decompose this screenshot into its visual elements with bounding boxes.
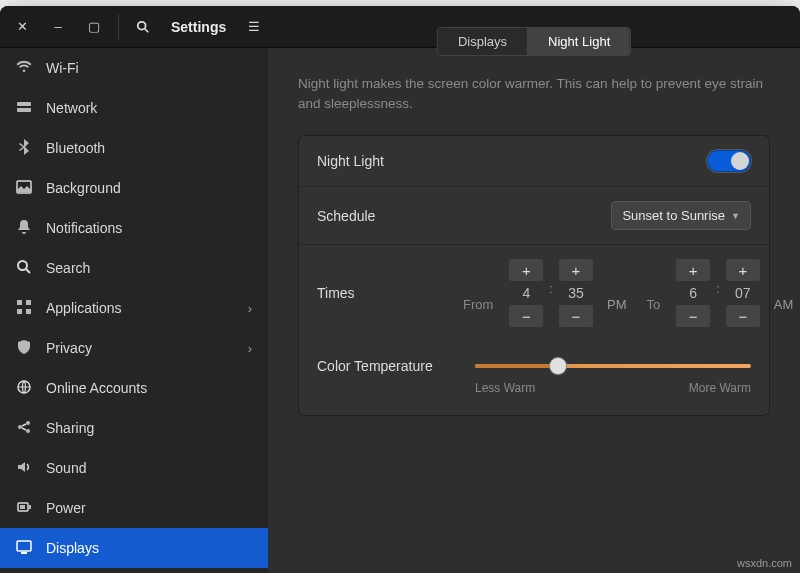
wifi-icon bbox=[16, 59, 32, 78]
sidebar-item-online[interactable]: Online Accounts bbox=[0, 368, 268, 408]
settings-window: ✕ – ▢ Settings ☰ Displays Night Light Wi… bbox=[0, 6, 800, 573]
power-icon bbox=[16, 499, 32, 518]
to-hour-up[interactable]: + bbox=[676, 259, 710, 281]
displays-icon bbox=[16, 539, 32, 558]
separator bbox=[118, 14, 119, 40]
sidebar-item-privacy[interactable]: Privacy› bbox=[0, 328, 268, 368]
search-icon bbox=[16, 259, 32, 278]
from-min-up[interactable]: + bbox=[559, 259, 593, 281]
sidebar-item-label: Online Accounts bbox=[46, 380, 252, 396]
watermark: wsxdn.com bbox=[737, 557, 792, 569]
chevron-down-icon: ▼ bbox=[731, 211, 740, 221]
view-tabs: Displays Night Light bbox=[437, 27, 631, 56]
svg-rect-7 bbox=[17, 300, 22, 305]
sharing-icon bbox=[16, 419, 32, 438]
content: Night light makes the screen color warme… bbox=[268, 48, 800, 573]
sidebar-item-label: Privacy bbox=[46, 340, 234, 356]
sidebar-item-mouse[interactable]: Mouse & Touchpad bbox=[0, 568, 268, 573]
body: Wi-FiNetworkBluetoothBackgroundNotificat… bbox=[0, 48, 800, 573]
sidebar-item-label: Notifications bbox=[46, 220, 252, 236]
sidebar[interactable]: Wi-FiNetworkBluetoothBackgroundNotificat… bbox=[0, 48, 268, 573]
times-label: Times bbox=[317, 285, 457, 301]
bluetooth-icon bbox=[16, 139, 32, 158]
sidebar-item-label: Power bbox=[46, 500, 252, 516]
color-temp-slider[interactable] bbox=[475, 357, 751, 375]
to-hour-value[interactable]: 6 bbox=[676, 285, 710, 301]
sidebar-item-applications[interactable]: Applications› bbox=[0, 288, 268, 328]
svg-rect-9 bbox=[17, 309, 22, 314]
sidebar-item-label: Displays bbox=[46, 540, 252, 556]
to-hour-down[interactable]: − bbox=[676, 305, 710, 327]
sidebar-item-search[interactable]: Search bbox=[0, 248, 268, 288]
svg-rect-18 bbox=[17, 541, 31, 551]
svg-point-0 bbox=[138, 21, 146, 29]
sidebar-item-label: Applications bbox=[46, 300, 234, 316]
sidebar-item-wifi[interactable]: Wi-Fi bbox=[0, 48, 268, 88]
to-min-up[interactable]: + bbox=[726, 259, 760, 281]
svg-point-5 bbox=[18, 261, 27, 270]
from-min-down[interactable]: − bbox=[559, 305, 593, 327]
sound-icon bbox=[16, 459, 32, 478]
hamburger-button[interactable]: ☰ bbox=[238, 12, 270, 42]
schedule-value: Sunset to Sunrise bbox=[622, 208, 725, 223]
description: Night light makes the screen color warme… bbox=[298, 74, 770, 113]
minimize-button[interactable]: – bbox=[42, 12, 74, 42]
from-hour-value[interactable]: 4 bbox=[509, 285, 543, 301]
colon: : bbox=[549, 259, 553, 327]
to-min-down[interactable]: − bbox=[726, 305, 760, 327]
svg-rect-17 bbox=[20, 505, 25, 509]
chevron-right-icon: › bbox=[248, 341, 252, 356]
colon: : bbox=[716, 259, 720, 327]
sidebar-item-displays[interactable]: Displays bbox=[0, 528, 268, 568]
background-icon bbox=[16, 179, 32, 198]
slider-min-label: Less Warm bbox=[475, 381, 535, 395]
sidebar-item-label: Sharing bbox=[46, 420, 252, 436]
svg-rect-10 bbox=[26, 309, 31, 314]
to-hour-spinner: + 6 − bbox=[676, 259, 710, 327]
night-light-switch[interactable] bbox=[707, 150, 751, 172]
svg-point-12 bbox=[18, 425, 22, 429]
to-min-value[interactable]: 07 bbox=[726, 285, 760, 301]
search-icon bbox=[136, 20, 150, 34]
slider-thumb[interactable] bbox=[550, 358, 566, 374]
sidebar-item-sharing[interactable]: Sharing bbox=[0, 408, 268, 448]
slider-max-label: More Warm bbox=[689, 381, 751, 395]
sidebar-item-network[interactable]: Network bbox=[0, 88, 268, 128]
svg-line-1 bbox=[145, 28, 149, 32]
schedule-dropdown[interactable]: Sunset to Sunrise ▼ bbox=[611, 201, 751, 230]
sidebar-item-label: Bluetooth bbox=[46, 140, 252, 156]
svg-rect-16 bbox=[29, 505, 31, 509]
sidebar-item-bluetooth[interactable]: Bluetooth bbox=[0, 128, 268, 168]
privacy-icon bbox=[16, 339, 32, 358]
sidebar-item-label: Background bbox=[46, 180, 252, 196]
sidebar-item-label: Network bbox=[46, 100, 252, 116]
sidebar-item-notifications[interactable]: Notifications bbox=[0, 208, 268, 248]
svg-rect-2 bbox=[17, 102, 31, 106]
sidebar-item-label: Sound bbox=[46, 460, 252, 476]
from-hour-spinner: + 4 − bbox=[509, 259, 543, 327]
night-light-label: Night Light bbox=[317, 153, 457, 169]
color-temp-label: Color Temperature bbox=[317, 358, 457, 374]
to-label: To bbox=[640, 275, 666, 312]
sidebar-item-background[interactable]: Background bbox=[0, 168, 268, 208]
tab-night-light[interactable]: Night Light bbox=[527, 28, 630, 55]
row-color-temp: Color Temperature Less Warm More Warm bbox=[299, 341, 769, 415]
from-hour-up[interactable]: + bbox=[509, 259, 543, 281]
to-ampm[interactable]: AM bbox=[770, 275, 798, 312]
tab-displays[interactable]: Displays bbox=[438, 28, 527, 55]
from-ampm[interactable]: PM bbox=[603, 275, 631, 312]
online-icon bbox=[16, 379, 32, 398]
svg-point-13 bbox=[26, 421, 30, 425]
close-button[interactable]: ✕ bbox=[6, 12, 38, 42]
from-hour-down[interactable]: − bbox=[509, 305, 543, 327]
from-label: From bbox=[457, 275, 499, 312]
schedule-label: Schedule bbox=[317, 208, 457, 224]
search-button[interactable] bbox=[127, 12, 159, 42]
sidebar-item-label: Search bbox=[46, 260, 252, 276]
sidebar-item-power[interactable]: Power bbox=[0, 488, 268, 528]
svg-line-6 bbox=[26, 269, 30, 273]
sidebar-item-sound[interactable]: Sound bbox=[0, 448, 268, 488]
maximize-button[interactable]: ▢ bbox=[78, 12, 110, 42]
from-min-value[interactable]: 35 bbox=[559, 285, 593, 301]
slider-track bbox=[475, 364, 751, 368]
